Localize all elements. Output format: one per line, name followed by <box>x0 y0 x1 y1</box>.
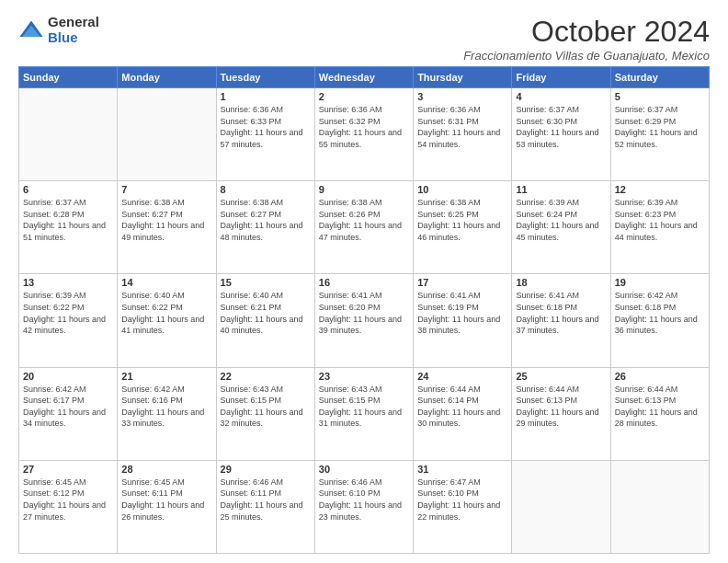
day-info: Sunrise: 6:41 AM Sunset: 6:18 PM Dayligh… <box>516 290 606 336</box>
day-number: 14 <box>121 277 211 288</box>
day-number: 1 <box>221 91 311 102</box>
day-number: 19 <box>615 277 705 288</box>
calendar-cell: 1Sunrise: 6:36 AM Sunset: 6:33 PM Daylig… <box>216 88 314 181</box>
day-number: 17 <box>417 277 507 288</box>
calendar-week-row: 6Sunrise: 6:37 AM Sunset: 6:28 PM Daylig… <box>19 181 710 274</box>
calendar-cell: 27Sunrise: 6:45 AM Sunset: 6:12 PM Dayli… <box>19 460 118 553</box>
calendar-week-row: 20Sunrise: 6:42 AM Sunset: 6:17 PM Dayli… <box>19 367 710 460</box>
day-number: 18 <box>516 277 606 288</box>
day-number: 28 <box>121 464 211 475</box>
day-info: Sunrise: 6:37 AM Sunset: 6:29 PM Dayligh… <box>615 104 705 150</box>
calendar-cell: 8Sunrise: 6:38 AM Sunset: 6:27 PM Daylig… <box>216 181 314 274</box>
calendar-cell: 21Sunrise: 6:42 AM Sunset: 6:16 PM Dayli… <box>118 367 216 460</box>
calendar-cell: 24Sunrise: 6:44 AM Sunset: 6:14 PM Dayli… <box>414 367 512 460</box>
logo-icon <box>18 17 44 43</box>
day-number: 24 <box>417 371 507 382</box>
day-of-week-header: Thursday <box>414 67 512 88</box>
calendar-cell <box>118 88 216 181</box>
day-info: Sunrise: 6:40 AM Sunset: 6:21 PM Dayligh… <box>221 290 311 336</box>
day-info: Sunrise: 6:46 AM Sunset: 6:11 PM Dayligh… <box>221 477 311 523</box>
day-number: 7 <box>121 184 211 195</box>
calendar-header-row: SundayMondayTuesdayWednesdayThursdayFrid… <box>19 67 710 88</box>
day-number: 30 <box>319 464 409 475</box>
calendar-cell: 28Sunrise: 6:45 AM Sunset: 6:11 PM Dayli… <box>118 460 216 553</box>
day-info: Sunrise: 6:47 AM Sunset: 6:10 PM Dayligh… <box>417 477 507 523</box>
day-number: 13 <box>23 277 113 288</box>
day-number: 26 <box>615 371 705 382</box>
day-info: Sunrise: 6:40 AM Sunset: 6:22 PM Dayligh… <box>121 290 211 336</box>
calendar-cell: 4Sunrise: 6:37 AM Sunset: 6:30 PM Daylig… <box>512 88 610 181</box>
day-number: 11 <box>516 184 606 195</box>
calendar-cell: 26Sunrise: 6:44 AM Sunset: 6:13 PM Dayli… <box>610 367 709 460</box>
calendar-cell: 16Sunrise: 6:41 AM Sunset: 6:20 PM Dayli… <box>314 274 413 367</box>
day-info: Sunrise: 6:38 AM Sunset: 6:25 PM Dayligh… <box>417 197 507 243</box>
day-number: 27 <box>23 464 113 475</box>
day-of-week-header: Saturday <box>610 67 709 88</box>
day-number: 6 <box>23 184 113 195</box>
calendar-cell: 11Sunrise: 6:39 AM Sunset: 6:24 PM Dayli… <box>512 181 610 274</box>
calendar-week-row: 13Sunrise: 6:39 AM Sunset: 6:22 PM Dayli… <box>19 274 710 367</box>
day-info: Sunrise: 6:37 AM Sunset: 6:28 PM Dayligh… <box>23 197 113 243</box>
day-number: 4 <box>516 91 606 102</box>
day-number: 21 <box>121 371 211 382</box>
title-block: October 2024 Fraccionamiento Villas de G… <box>463 15 710 63</box>
day-info: Sunrise: 6:42 AM Sunset: 6:16 PM Dayligh… <box>121 384 211 430</box>
day-of-week-header: Tuesday <box>216 67 314 88</box>
calendar-cell <box>610 460 709 553</box>
calendar-cell <box>512 460 610 553</box>
calendar-cell <box>19 88 118 181</box>
day-info: Sunrise: 6:38 AM Sunset: 6:26 PM Dayligh… <box>319 197 409 243</box>
calendar-cell: 15Sunrise: 6:40 AM Sunset: 6:21 PM Dayli… <box>216 274 314 367</box>
day-info: Sunrise: 6:36 AM Sunset: 6:33 PM Dayligh… <box>221 104 311 150</box>
day-info: Sunrise: 6:44 AM Sunset: 6:13 PM Dayligh… <box>516 384 606 430</box>
day-info: Sunrise: 6:43 AM Sunset: 6:15 PM Dayligh… <box>221 384 311 430</box>
day-info: Sunrise: 6:36 AM Sunset: 6:31 PM Dayligh… <box>417 104 507 150</box>
day-number: 5 <box>615 91 705 102</box>
day-number: 31 <box>417 464 507 475</box>
day-info: Sunrise: 6:38 AM Sunset: 6:27 PM Dayligh… <box>221 197 311 243</box>
day-number: 16 <box>319 277 409 288</box>
day-info: Sunrise: 6:41 AM Sunset: 6:19 PM Dayligh… <box>417 290 507 336</box>
calendar-table: SundayMondayTuesdayWednesdayThursdayFrid… <box>18 66 710 554</box>
day-number: 20 <box>23 371 113 382</box>
calendar-cell: 2Sunrise: 6:36 AM Sunset: 6:32 PM Daylig… <box>314 88 413 181</box>
calendar-body: 1Sunrise: 6:36 AM Sunset: 6:33 PM Daylig… <box>19 88 710 554</box>
day-info: Sunrise: 6:41 AM Sunset: 6:20 PM Dayligh… <box>319 290 409 336</box>
calendar-cell: 7Sunrise: 6:38 AM Sunset: 6:27 PM Daylig… <box>118 181 216 274</box>
calendar-cell: 17Sunrise: 6:41 AM Sunset: 6:19 PM Dayli… <box>414 274 512 367</box>
calendar-cell: 6Sunrise: 6:37 AM Sunset: 6:28 PM Daylig… <box>19 181 118 274</box>
day-number: 29 <box>221 464 311 475</box>
day-info: Sunrise: 6:39 AM Sunset: 6:22 PM Dayligh… <box>23 290 113 336</box>
day-of-week-header: Friday <box>512 67 610 88</box>
day-of-week-header: Wednesday <box>314 67 413 88</box>
calendar-cell: 25Sunrise: 6:44 AM Sunset: 6:13 PM Dayli… <box>512 367 610 460</box>
day-info: Sunrise: 6:38 AM Sunset: 6:27 PM Dayligh… <box>121 197 211 243</box>
calendar-cell: 14Sunrise: 6:40 AM Sunset: 6:22 PM Dayli… <box>118 274 216 367</box>
day-info: Sunrise: 6:37 AM Sunset: 6:30 PM Dayligh… <box>516 104 606 150</box>
day-of-week-header: Sunday <box>19 67 118 88</box>
calendar-cell: 23Sunrise: 6:43 AM Sunset: 6:15 PM Dayli… <box>314 367 413 460</box>
calendar-week-row: 27Sunrise: 6:45 AM Sunset: 6:12 PM Dayli… <box>19 460 710 553</box>
day-number: 9 <box>319 184 409 195</box>
calendar-cell: 18Sunrise: 6:41 AM Sunset: 6:18 PM Dayli… <box>512 274 610 367</box>
day-number: 12 <box>615 184 705 195</box>
calendar-cell: 31Sunrise: 6:47 AM Sunset: 6:10 PM Dayli… <box>414 460 512 553</box>
day-info: Sunrise: 6:42 AM Sunset: 6:17 PM Dayligh… <box>23 384 113 430</box>
day-number: 2 <box>319 91 409 102</box>
day-number: 10 <box>417 184 507 195</box>
day-info: Sunrise: 6:45 AM Sunset: 6:12 PM Dayligh… <box>23 477 113 523</box>
logo-general: General <box>48 15 99 30</box>
calendar-cell: 3Sunrise: 6:36 AM Sunset: 6:31 PM Daylig… <box>414 88 512 181</box>
day-info: Sunrise: 6:39 AM Sunset: 6:24 PM Dayligh… <box>516 197 606 243</box>
day-number: 25 <box>516 371 606 382</box>
day-info: Sunrise: 6:46 AM Sunset: 6:10 PM Dayligh… <box>319 477 409 523</box>
day-info: Sunrise: 6:39 AM Sunset: 6:23 PM Dayligh… <box>615 197 705 243</box>
day-info: Sunrise: 6:43 AM Sunset: 6:15 PM Dayligh… <box>319 384 409 430</box>
calendar-cell: 10Sunrise: 6:38 AM Sunset: 6:25 PM Dayli… <box>414 181 512 274</box>
month-title: October 2024 <box>463 15 710 49</box>
calendar-cell: 20Sunrise: 6:42 AM Sunset: 6:17 PM Dayli… <box>19 367 118 460</box>
day-number: 8 <box>221 184 311 195</box>
day-info: Sunrise: 6:36 AM Sunset: 6:32 PM Dayligh… <box>319 104 409 150</box>
logo-blue: Blue <box>48 30 99 46</box>
calendar-cell: 29Sunrise: 6:46 AM Sunset: 6:11 PM Dayli… <box>216 460 314 553</box>
